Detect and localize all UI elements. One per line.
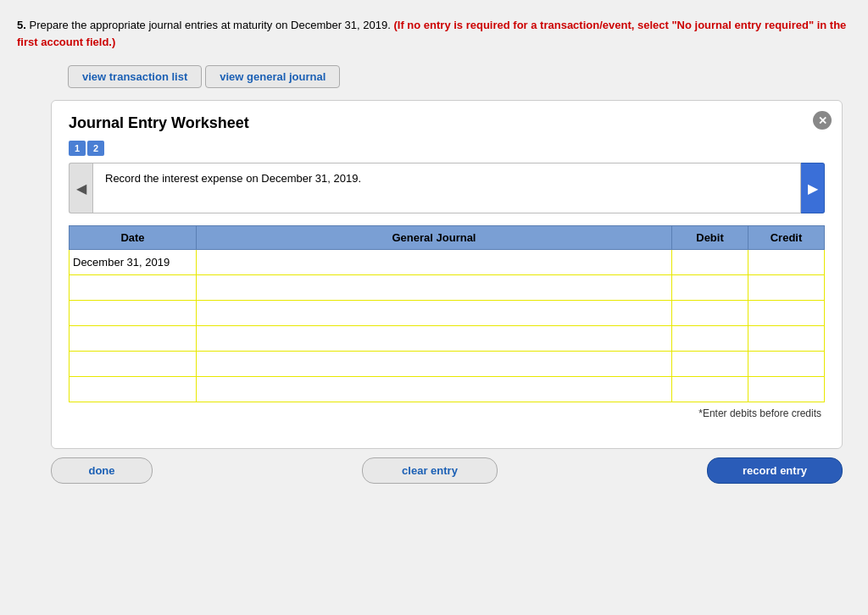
date-cell-1 <box>70 275 197 301</box>
credit-input-0[interactable] <box>752 255 821 269</box>
close-button[interactable]: ✕ <box>813 111 832 130</box>
credit-input-5[interactable] <box>752 382 821 396</box>
journal-cell-4[interactable] <box>197 352 672 377</box>
top-buttons-row: view transaction list view general journ… <box>68 65 851 88</box>
question-text: 5. Prepare the appropriate journal entri… <box>17 17 851 50</box>
journal-input-2[interactable] <box>200 306 668 320</box>
table-row <box>70 352 825 377</box>
tab-2[interactable]: 2 <box>87 141 104 156</box>
credit-cell-5[interactable] <box>748 377 825 402</box>
credit-cell-1[interactable] <box>748 275 825 301</box>
credit-input-3[interactable] <box>752 331 821 346</box>
journal-cell-0[interactable] <box>197 250 672 275</box>
journal-cell-3[interactable] <box>197 326 672 352</box>
journal-input-3[interactable] <box>200 331 668 346</box>
journal-cell-2[interactable] <box>197 301 672 326</box>
table-row: December 31, 2019 <box>70 250 825 275</box>
credit-input-2[interactable] <box>752 306 821 320</box>
journal-cell-5[interactable] <box>197 377 672 402</box>
credit-cell-0[interactable] <box>748 250 825 275</box>
debit-input-5[interactable] <box>676 382 744 396</box>
view-general-journal-button[interactable]: view general journal <box>205 65 340 88</box>
question-number: 5. <box>17 19 26 31</box>
debit-input-1[interactable] <box>676 280 744 295</box>
debit-cell-5[interactable] <box>672 377 748 402</box>
credit-input-1[interactable] <box>752 280 821 295</box>
credit-cell-3[interactable] <box>748 326 825 352</box>
journal-table: Date General Journal Debit Credit Decemb… <box>69 225 825 402</box>
journal-input-4[interactable] <box>200 357 668 371</box>
description-box: Record the interest expense on December … <box>92 163 801 213</box>
table-row <box>70 377 825 402</box>
debit-cell-0[interactable] <box>672 250 748 275</box>
worksheet-title: Journal Entry Worksheet <box>69 114 825 132</box>
date-cell-0: December 31, 2019 <box>70 250 197 275</box>
debit-input-4[interactable] <box>676 357 744 371</box>
nav-description-row: ◀ Record the interest expense on Decembe… <box>69 163 825 213</box>
debit-cell-3[interactable] <box>672 326 748 352</box>
nav-right-button[interactable]: ▶ <box>801 163 825 213</box>
worksheet-container: Journal Entry Worksheet ✕ 1 2 ◀ Record t… <box>51 100 843 449</box>
col-credit-header: Credit <box>748 226 825 250</box>
table-row <box>70 326 825 352</box>
record-entry-button[interactable]: record entry <box>707 457 843 484</box>
debit-input-0[interactable] <box>676 255 744 269</box>
col-date-header: Date <box>70 226 197 250</box>
enter-note: *Enter debits before credits <box>69 407 825 419</box>
date-cell-3 <box>70 326 197 352</box>
date-cell-4 <box>70 352 197 377</box>
journal-input-1[interactable] <box>200 280 668 295</box>
tab-1[interactable]: 1 <box>69 141 86 156</box>
question-container: 5. Prepare the appropriate journal entri… <box>17 17 851 50</box>
tab-row: 1 2 <box>69 141 825 156</box>
journal-input-0[interactable] <box>200 255 668 269</box>
col-debit-header: Debit <box>672 226 748 250</box>
done-button[interactable]: done <box>51 457 153 484</box>
credit-input-4[interactable] <box>752 357 821 371</box>
view-transaction-button[interactable]: view transaction list <box>68 65 202 88</box>
credit-cell-2[interactable] <box>748 301 825 326</box>
bottom-buttons-row: done clear entry record entry <box>51 457 843 484</box>
description-text: Record the interest expense on December … <box>105 172 361 185</box>
credit-cell-4[interactable] <box>748 352 825 377</box>
date-cell-2 <box>70 301 197 326</box>
debit-cell-1[interactable] <box>672 275 748 301</box>
debit-input-2[interactable] <box>676 306 744 320</box>
debit-cell-2[interactable] <box>672 301 748 326</box>
clear-entry-button[interactable]: clear entry <box>362 457 498 484</box>
nav-left-button[interactable]: ◀ <box>69 163 92 213</box>
table-row <box>70 275 825 301</box>
debit-cell-4[interactable] <box>672 352 748 377</box>
col-journal-header: General Journal <box>197 226 672 250</box>
date-cell-5 <box>70 377 197 402</box>
question-body: Prepare the appropriate journal entries … <box>29 19 390 31</box>
debit-input-3[interactable] <box>676 331 744 346</box>
journal-input-5[interactable] <box>200 382 668 396</box>
table-row <box>70 301 825 326</box>
journal-cell-1[interactable] <box>197 275 672 301</box>
